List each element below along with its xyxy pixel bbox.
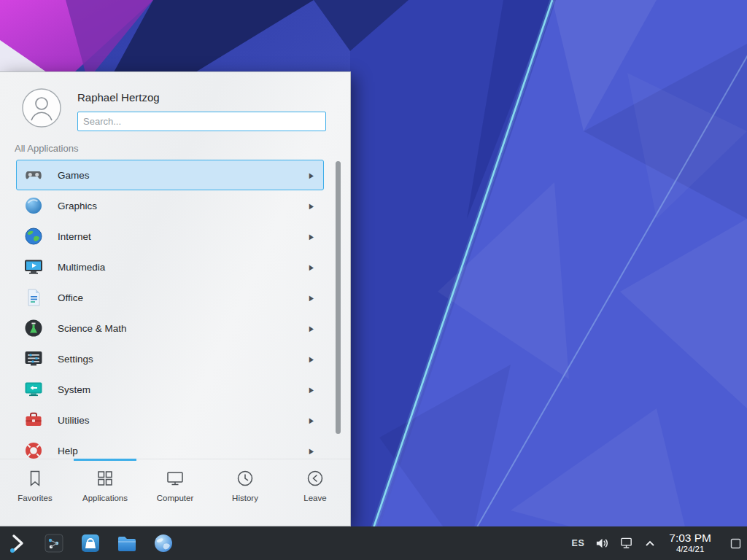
launcher-header: Raphael Hertzog — [0, 72, 350, 140]
tab-favorites[interactable]: Favorites — [0, 469, 70, 526]
science-icon — [23, 317, 44, 339]
folder-icon — [116, 532, 138, 554]
tab-label: Applications — [82, 494, 128, 502]
category-label: Settings — [58, 354, 309, 365]
globe-icon — [152, 532, 174, 554]
section-label: All Applications — [15, 143, 350, 154]
help-icon — [23, 440, 44, 459]
graphics-icon — [23, 195, 44, 217]
clock-date: 4/24/21 — [669, 545, 711, 555]
taskbar-apps — [4, 529, 177, 558]
app-launcher-button[interactable] — [4, 529, 31, 558]
internet-icon — [23, 225, 44, 247]
category-label: Multimedia — [58, 262, 309, 273]
submenu-arrow-icon: ▶ — [309, 232, 314, 240]
settings-icon — [23, 348, 44, 370]
tab-computer[interactable]: Computer — [140, 469, 210, 526]
applications-icon — [96, 469, 115, 488]
expand-tray-icon[interactable] — [645, 540, 655, 547]
submenu-arrow-icon: ▶ — [309, 171, 314, 179]
system-tray: ES 7:03 PM 4/24/21 — [572, 526, 744, 560]
tab-applications[interactable]: Applications — [70, 469, 140, 526]
category-office[interactable]: Office ▶ — [16, 282, 324, 313]
active-tab-indicator — [74, 459, 136, 461]
submenu-arrow-icon: ▶ — [309, 354, 314, 362]
konsole-icon — [43, 532, 65, 554]
volume-icon[interactable] — [595, 537, 609, 550]
category-games[interactable]: Games ▶ — [16, 160, 324, 190]
utilities-icon — [23, 409, 44, 431]
submenu-arrow-icon: ▶ — [309, 324, 314, 332]
keyboard-layout-indicator[interactable]: ES — [572, 538, 585, 548]
show-desktop-button[interactable] — [727, 526, 744, 560]
clock-time: 7:03 PM — [669, 532, 711, 545]
taskbar-app-konsole[interactable] — [41, 529, 67, 558]
application-launcher-popup: Raphael Hertzog All Applications Games ▶ — [0, 71, 351, 526]
tab-label: Leave — [303, 494, 326, 502]
history-icon — [236, 469, 255, 488]
submenu-arrow-icon: ▶ — [309, 201, 314, 209]
office-icon — [23, 287, 44, 308]
category-system[interactable]: System ▶ — [16, 374, 324, 405]
tab-label: Favorites — [18, 494, 52, 502]
search-input[interactable] — [77, 112, 326, 131]
category-label: Graphics — [58, 201, 309, 211]
category-utilities[interactable]: Utilities ▶ — [16, 405, 324, 435]
tab-label: Computer — [157, 494, 194, 502]
category-label: Help — [58, 446, 309, 456]
submenu-arrow-icon: ▶ — [309, 293, 314, 301]
user-avatar[interactable] — [22, 88, 61, 128]
leave-icon — [306, 469, 325, 488]
category-list: Games ▶ Graphics ▶ — [0, 158, 350, 459]
category-graphics[interactable]: Graphics ▶ — [16, 190, 324, 221]
category-label: Science & Math — [58, 323, 309, 334]
launcher-tab-bar: Favorites Applications Computer — [0, 459, 350, 526]
tab-label: History — [232, 494, 258, 502]
games-icon — [23, 164, 44, 186]
category-label: Utilities — [58, 415, 309, 426]
category-label: System — [58, 384, 309, 395]
show-desktop-icon — [730, 538, 741, 549]
user-name: Raphael Hertzog — [77, 91, 326, 104]
submenu-arrow-icon: ▶ — [309, 446, 314, 454]
category-internet[interactable]: Internet ▶ — [16, 221, 324, 252]
taskbar-panel: ES 7:03 PM 4/24/21 — [0, 526, 747, 560]
favorites-icon — [26, 469, 44, 488]
launcher-icon — [7, 532, 28, 554]
network-icon[interactable] — [620, 537, 634, 550]
taskbar-app-dolphin[interactable] — [114, 529, 140, 558]
tab-history[interactable]: History — [210, 469, 280, 526]
category-help[interactable]: Help ▶ — [16, 435, 324, 459]
discover-icon — [80, 532, 101, 554]
category-science-math[interactable]: Science & Math ▶ — [16, 313, 324, 343]
submenu-arrow-icon: ▶ — [309, 416, 314, 424]
category-label: Games — [58, 170, 309, 181]
category-settings[interactable]: Settings ▶ — [16, 343, 324, 374]
submenu-arrow-icon: ▶ — [309, 385, 314, 393]
digital-clock[interactable]: 7:03 PM 4/24/21 — [669, 532, 711, 555]
computer-icon — [166, 469, 185, 488]
category-label: Office — [58, 292, 309, 303]
taskbar-app-browser[interactable] — [150, 529, 177, 558]
multimedia-icon — [23, 256, 44, 278]
tab-leave[interactable]: Leave — [280, 469, 350, 526]
category-multimedia[interactable]: Multimedia ▶ — [16, 252, 324, 282]
system-icon — [23, 378, 44, 400]
list-scrollbar[interactable] — [336, 161, 341, 434]
taskbar-app-discover[interactable] — [77, 529, 104, 558]
category-label: Internet — [58, 231, 309, 242]
submenu-arrow-icon: ▶ — [309, 262, 314, 271]
